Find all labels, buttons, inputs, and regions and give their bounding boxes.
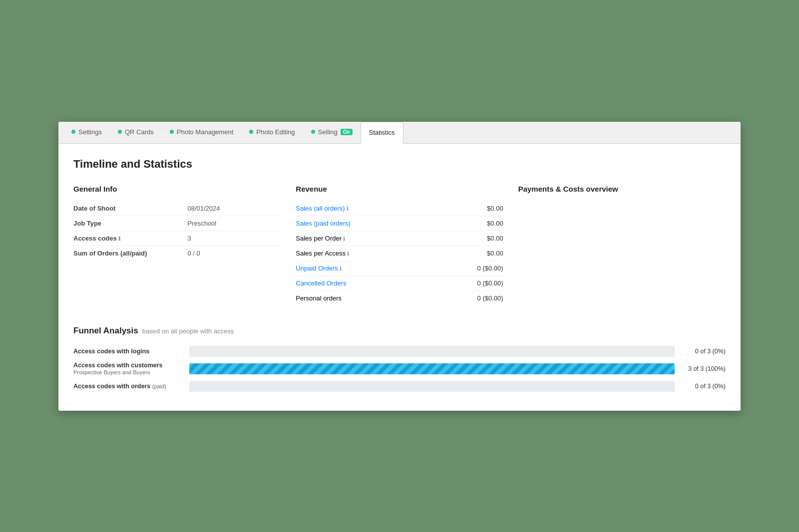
browser-window: SettingsQR CardsPhoto ManagementPhoto Ed…: [58, 122, 741, 411]
revenue-link-cancelled-orders[interactable]: Cancelled Orders: [296, 279, 346, 287]
revenue-value: $0.00: [430, 216, 503, 231]
info-icon: ℹ: [346, 251, 349, 257]
table-row: Access codes ℹ3: [73, 231, 281, 246]
funnel-row-value: 3 of 3 (100%): [681, 365, 726, 372]
revenue-label[interactable]: Cancelled Orders: [296, 275, 430, 290]
revenue-value: 0 ($0.00): [430, 290, 503, 305]
funnel-rows: Access codes with logins0 of 3 (0%)Acces…: [73, 346, 726, 392]
info-icon: ℹ: [345, 206, 349, 212]
info-icon: ℹ: [342, 236, 345, 242]
tab-dot-photo-management: [170, 130, 174, 134]
tab-photo-editing[interactable]: Photo Editing: [241, 122, 303, 143]
info-label: Date of Shoot: [73, 201, 187, 216]
revenue-label: Personal orders: [296, 290, 430, 305]
info-value: 0 / 0: [187, 246, 281, 261]
tab-label-settings: Settings: [78, 128, 102, 136]
funnel-bar-container: [189, 346, 675, 357]
general-info-section: General Info Date of Shoot08/01/2024Job …: [73, 185, 281, 306]
info-label: Sum of Orders (all/paid): [73, 246, 187, 261]
info-icon: ℹ: [338, 266, 342, 271]
table-row: Sales per Access ℹ$0.00: [296, 246, 503, 261]
info-icon: ℹ: [117, 236, 120, 242]
funnel-bar-container: [189, 381, 675, 392]
funnel-heading: Funnel Analysis: [73, 326, 138, 336]
info-value: 3: [187, 231, 281, 246]
tab-selling[interactable]: SellingOn: [303, 122, 361, 143]
table-row: Cancelled Orders0 ($0.00): [296, 275, 503, 290]
funnel-bar-container: [189, 363, 675, 374]
info-value: Preschool: [187, 216, 281, 231]
table-row: Job TypePreschool: [73, 216, 281, 231]
tab-dot-photo-editing: [249, 130, 253, 134]
funnel-row-label: Access codes with orders (paid): [73, 383, 183, 390]
revenue-section: Revenue Sales (all orders) ℹ$0.00Sales (…: [296, 185, 503, 306]
funnel-row-label: Access codes with customers Prospective …: [73, 362, 183, 376]
funnel-heading-row: Funnel Analysis based on all people with…: [73, 326, 726, 336]
table-row: Sum of Orders (all/paid)0 / 0: [73, 246, 281, 261]
table-row: Sales per Order ℹ$0.00: [296, 231, 503, 246]
info-label: Access codes ℹ: [73, 231, 187, 246]
general-info-table: Date of Shoot08/01/2024Job TypePreschool…: [73, 201, 281, 261]
funnel-row-value: 0 of 3 (0%): [681, 348, 726, 355]
revenue-link-sales-(paid-orders)[interactable]: Sales (paid orders): [296, 220, 351, 227]
revenue-label: Sales per Order ℹ: [296, 231, 430, 246]
tab-dot-qr-cards: [118, 130, 122, 134]
tab-label-photo-editing: Photo Editing: [256, 128, 295, 136]
table-row: Sales (all orders) ℹ$0.00: [296, 201, 503, 216]
funnel-row: Access codes with orders (paid)0 of 3 (0…: [73, 381, 726, 392]
general-info-heading: General Info: [73, 185, 281, 193]
funnel-row-value: 0 of 3 (0%): [681, 383, 726, 390]
revenue-value: $0.00: [430, 246, 503, 261]
revenue-table: Sales (all orders) ℹ$0.00Sales (paid ord…: [296, 201, 503, 306]
stats-columns: General Info Date of Shoot08/01/2024Job …: [73, 185, 726, 306]
revenue-label[interactable]: Sales (paid orders): [296, 216, 430, 231]
tab-statistics[interactable]: Statistics: [361, 122, 403, 144]
revenue-link-sales-(all-orders)[interactable]: Sales (all orders): [296, 205, 345, 212]
revenue-label[interactable]: Sales (all orders) ℹ: [296, 201, 430, 216]
info-value: 08/01/2024: [187, 201, 281, 216]
funnel-bar-fill: [189, 363, 675, 374]
revenue-value: 0 ($0.00): [430, 261, 503, 275]
tab-settings[interactable]: Settings: [63, 122, 110, 143]
tab-badge-selling: On: [341, 129, 353, 135]
table-row: Unpaid Orders ℹ0 ($0.00): [296, 261, 503, 275]
revenue-heading: Revenue: [296, 185, 503, 193]
table-row: Date of Shoot08/01/2024: [73, 201, 281, 216]
main-content: Timeline and Statistics General Info Dat…: [58, 144, 741, 411]
tab-photo-management[interactable]: Photo Management: [162, 122, 241, 143]
tab-label-photo-management: Photo Management: [177, 128, 233, 136]
funnel-row: Access codes with logins0 of 3 (0%): [73, 346, 726, 357]
tab-label-selling: Selling: [318, 128, 338, 136]
page-title: Timeline and Statistics: [73, 158, 726, 171]
payments-heading: Payments & Costs overview: [518, 185, 726, 193]
payments-section: Payments & Costs overview: [518, 185, 726, 306]
table-row: Personal orders0 ($0.00): [296, 290, 503, 305]
info-label: Job Type: [73, 216, 187, 231]
tab-dot-settings: [71, 130, 75, 134]
table-row: Sales (paid orders)$0.00: [296, 216, 503, 231]
revenue-link-unpaid-orders[interactable]: Unpaid Orders: [296, 265, 338, 272]
tab-qr-cards[interactable]: QR Cards: [110, 122, 162, 143]
funnel-row-label: Access codes with logins: [73, 348, 183, 355]
funnel-subtext: based on all people with access: [142, 327, 234, 335]
revenue-label: Sales per Access ℹ: [296, 246, 430, 261]
revenue-value: $0.00: [430, 231, 503, 246]
revenue-label[interactable]: Unpaid Orders ℹ: [296, 261, 430, 275]
funnel-row: Access codes with customers Prospective …: [73, 362, 726, 376]
revenue-value: 0 ($0.00): [430, 275, 503, 290]
tab-label-qr-cards: QR Cards: [125, 128, 154, 136]
funnel-section: Funnel Analysis based on all people with…: [73, 326, 726, 392]
tabs-bar: SettingsQR CardsPhoto ManagementPhoto Ed…: [58, 122, 741, 144]
revenue-value: $0.00: [430, 201, 503, 216]
tab-label-statistics: Statistics: [369, 129, 395, 136]
tab-dot-selling: [311, 130, 315, 134]
